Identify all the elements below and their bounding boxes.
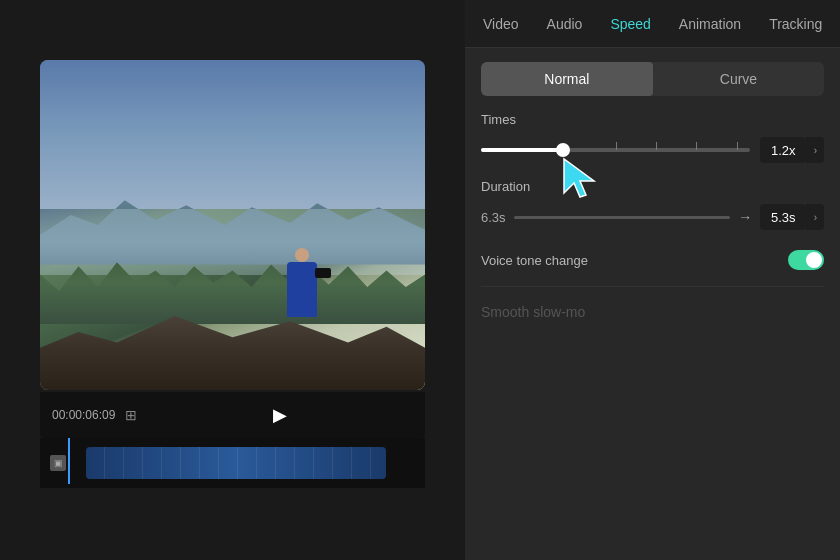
play-button[interactable]: ▶ xyxy=(273,404,287,426)
duration-label: Duration xyxy=(481,179,824,194)
person-head xyxy=(295,248,309,262)
times-section: Times 1.2x › xyxy=(481,112,824,163)
sub-tab-curve[interactable]: Curve xyxy=(653,62,825,96)
speed-content: Times 1.2x › xyxy=(465,96,840,560)
track-icon: ▣ xyxy=(50,455,66,471)
left-panel: 00:00:06:09 ⊞ ▶ ▣ xyxy=(0,0,465,560)
smooth-slomo-section: Smooth slow-mo xyxy=(481,303,824,321)
right-panel: Video Audio Speed Animation Tracking Nor… xyxy=(465,0,840,560)
video-preview xyxy=(40,60,425,390)
tab-audio[interactable]: Audio xyxy=(533,8,597,40)
times-slider[interactable] xyxy=(481,148,750,152)
times-label: Times xyxy=(481,112,824,127)
timeline-bar: 00:00:06:09 ⊞ ▶ xyxy=(40,392,425,438)
tick-3 xyxy=(696,142,697,150)
voice-tone-label: Voice tone change xyxy=(481,253,588,268)
duration-to-value[interactable]: 5.3s xyxy=(760,204,806,230)
tab-animation[interactable]: Animation xyxy=(665,8,755,40)
duration-arrow-icon: → xyxy=(738,209,752,225)
sky-layer xyxy=(40,60,425,209)
person-body xyxy=(287,262,317,317)
tab-speed[interactable]: Speed xyxy=(596,8,664,40)
duration-to-group: 5.3s › xyxy=(760,204,824,230)
voice-tone-toggle[interactable] xyxy=(788,250,824,270)
duration-slider[interactable] xyxy=(514,216,731,219)
grid-icon[interactable]: ⊞ xyxy=(125,407,137,423)
camera-object xyxy=(315,268,331,278)
cloud-layer xyxy=(40,209,425,275)
video-frame xyxy=(40,60,425,390)
sub-tab-normal[interactable]: Normal xyxy=(481,62,653,96)
voice-tone-row: Voice tone change xyxy=(481,250,824,287)
tabs-bar: Video Audio Speed Animation Tracking xyxy=(465,0,840,48)
video-track-strip[interactable] xyxy=(86,447,386,479)
duration-increment-btn[interactable]: › xyxy=(806,204,824,230)
times-slider-fill xyxy=(481,148,562,152)
timeline-track: ▣ xyxy=(40,438,425,488)
tick-2 xyxy=(656,142,657,150)
duration-from: 6.3s xyxy=(481,210,506,225)
times-increment-btn[interactable]: › xyxy=(806,137,824,163)
tab-video[interactable]: Video xyxy=(469,8,533,40)
tick-4 xyxy=(737,142,738,150)
person-figure xyxy=(287,262,317,317)
tick-1 xyxy=(616,142,617,150)
times-slider-thumb[interactable] xyxy=(556,143,570,157)
times-slider-row: 1.2x › xyxy=(481,137,824,163)
smooth-slomo-label: Smooth slow-mo xyxy=(481,304,585,320)
times-value-box[interactable]: 1.2x xyxy=(760,137,806,163)
times-value-group: 1.2x › xyxy=(760,137,824,163)
sub-tabs: Normal Curve xyxy=(481,62,824,96)
toggle-knob xyxy=(806,252,822,268)
right-panel-wrapper: Video Audio Speed Animation Tracking Nor… xyxy=(465,0,840,560)
playhead xyxy=(68,438,70,484)
tab-tracking[interactable]: Tracking xyxy=(755,8,836,40)
duration-section: Duration 6.3s → 5.3s › xyxy=(481,179,824,230)
duration-row: 6.3s → 5.3s › xyxy=(481,204,824,230)
timeline-timecode: 00:00:06:09 xyxy=(52,408,115,422)
